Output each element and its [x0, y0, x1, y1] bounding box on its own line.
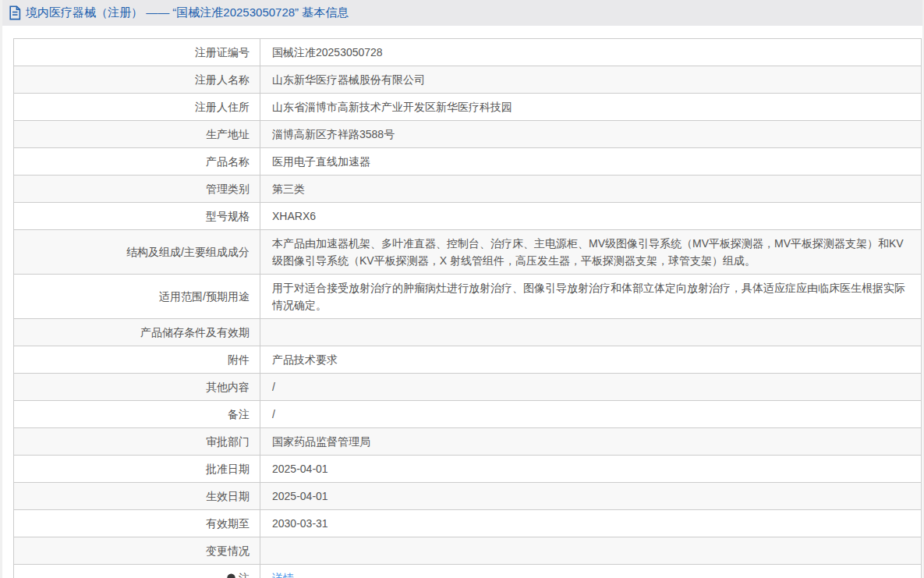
registration-info-table: 注册证编号国械注准20253050728注册人名称山东新华医疗器械股份有限公司注… — [13, 38, 922, 578]
row-value: 国械注准20253050728 — [260, 39, 921, 66]
table-row: 附件产品技术要求 — [14, 346, 921, 374]
row-value: 山东新华医疗器械股份有限公司 — [260, 66, 921, 93]
row-label: 注册证编号 — [14, 39, 260, 66]
table-row: 变更情况 — [14, 537, 921, 565]
table-row: 型号规格XHARX6 — [14, 203, 921, 230]
note-balloon-icon — [226, 573, 236, 578]
row-label-text: 批准日期 — [206, 460, 250, 477]
row-value: 2030-03-31 — [260, 510, 921, 537]
row-value — [260, 537, 921, 564]
row-value: 2025-04-01 — [260, 456, 921, 482]
row-label-text: 注册证编号 — [195, 44, 250, 61]
row-label-text: 适用范围/预期用途 — [159, 288, 250, 305]
table-row: 批准日期2025-04-01 — [14, 456, 921, 483]
row-value: XHARX6 — [260, 203, 921, 229]
row-value: 产品技术要求 — [260, 346, 921, 373]
row-value: 山东省淄博市高新技术产业开发区新华医疗科技园 — [260, 94, 921, 120]
row-label-text: 注册人住所 — [195, 98, 250, 115]
row-label: 审批部门 — [14, 428, 260, 455]
table-row: 产品名称医用电子直线加速器 — [14, 148, 921, 176]
page: 境内医疗器械（注册） —— “国械注准20253050728” 基本信息 注册证… — [2, 0, 922, 578]
table-row: 适用范围/预期用途用于对适合接受放射治疗的肿瘤病灶进行放射治疗、图像引导放射治疗… — [14, 275, 921, 319]
row-label: 生效日期 — [14, 483, 260, 509]
row-label-text: 结构及组成/主要组成成分 — [126, 243, 250, 261]
row-label-text: 生效日期 — [206, 488, 250, 505]
table-row: 产品储存条件及有效期 — [14, 319, 921, 346]
table-row: 生产地址淄博高新区齐祥路3588号 — [14, 121, 921, 148]
row-value: 本产品由加速器机架、多叶准直器、控制台、治疗床、主电源柜、MV级图像引导系统（M… — [260, 230, 921, 274]
table-row: 注册人住所山东省淄博市高新技术产业开发区新华医疗科技园 — [14, 94, 921, 121]
table-row: 审批部门国家药品监督管理局 — [14, 428, 921, 456]
table-row: 注册人名称山东新华医疗器械股份有限公司 — [14, 66, 921, 94]
row-value: 用于对适合接受放射治疗的肿瘤病灶进行放射治疗、图像引导放射治疗和体部立体定向放射… — [260, 275, 921, 318]
row-label: 批准日期 — [14, 456, 260, 482]
row-label-text: 审批部门 — [206, 433, 250, 450]
row-value: / — [260, 401, 921, 427]
row-label: 适用范围/预期用途 — [14, 275, 260, 318]
page-header: 境内医疗器械（注册） —— “国械注准20253050728” 基本信息 — [2, 0, 922, 26]
table-row: 管理类别第三类 — [14, 176, 921, 203]
row-label-text: 产品储存条件及有效期 — [140, 324, 250, 341]
row-value: 详情 — [260, 565, 921, 578]
row-label: 有效期至 — [14, 510, 260, 537]
row-label: 管理类别 — [14, 176, 260, 202]
row-label: 附件 — [14, 346, 260, 373]
page-title: 境内医疗器械（注册） —— “国械注准20253050728” 基本信息 — [26, 5, 349, 20]
table-row: 注册证编号国械注准20253050728 — [14, 39, 921, 66]
table-row: 生效日期2025-04-01 — [14, 483, 921, 510]
row-value: 淄博高新区齐祥路3588号 — [260, 121, 921, 147]
row-value: 2025-04-01 — [260, 483, 921, 509]
row-label: 型号规格 — [14, 203, 260, 229]
row-label-text: 管理类别 — [206, 180, 250, 197]
row-label-text: 其他内容 — [206, 378, 250, 395]
row-label-text: 备注 — [228, 406, 250, 423]
row-value: / — [260, 374, 921, 400]
row-value: 国家药品监督管理局 — [260, 428, 921, 455]
table-row: 有效期至2030-03-31 — [14, 510, 921, 537]
table-row: 注详情 — [14, 565, 921, 578]
table-row: 结构及组成/主要组成成分本产品由加速器机架、多叶准直器、控制台、治疗床、主电源柜… — [14, 230, 921, 275]
row-label-text: 生产地址 — [206, 126, 250, 143]
row-label-text: 附件 — [228, 351, 250, 368]
row-label-text: 型号规格 — [206, 207, 250, 225]
table-row: 其他内容/ — [14, 374, 921, 401]
document-icon — [9, 5, 21, 20]
row-label: 注册人住所 — [14, 94, 260, 120]
row-value — [260, 319, 921, 346]
row-label: 注 — [14, 565, 260, 578]
row-value: 第三类 — [260, 176, 921, 202]
row-label: 产品储存条件及有效期 — [14, 319, 260, 346]
row-label-text: 注册人名称 — [195, 71, 250, 88]
row-label: 其他内容 — [14, 374, 260, 400]
row-label-text: 注 — [239, 569, 250, 578]
row-label: 备注 — [14, 401, 260, 427]
row-label: 变更情况 — [14, 537, 260, 564]
row-label-text: 产品名称 — [206, 153, 250, 170]
table-row: 备注/ — [14, 401, 921, 428]
row-label: 产品名称 — [14, 148, 260, 175]
row-value: 医用电子直线加速器 — [260, 148, 921, 175]
row-label-text: 变更情况 — [206, 542, 250, 559]
row-label: 结构及组成/主要组成成分 — [14, 230, 260, 274]
details-link[interactable]: 详情 — [272, 572, 294, 578]
row-label-text: 有效期至 — [206, 515, 250, 532]
row-label: 注册人名称 — [14, 66, 260, 93]
row-label: 生产地址 — [14, 121, 260, 147]
